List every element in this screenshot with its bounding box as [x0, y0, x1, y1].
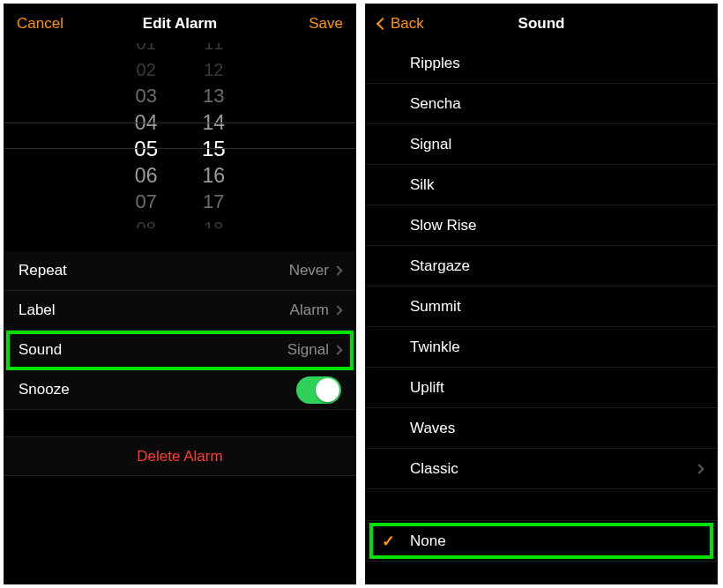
cancel-button[interactable]: Cancel [4, 4, 76, 43]
sound-option-waves[interactable]: Waves [366, 408, 717, 449]
delete-label: Delete Alarm [137, 448, 222, 465]
sound-name: None [410, 532, 446, 550]
navbar: Back Sound [366, 4, 717, 43]
sound-name: Uplift [410, 379, 444, 397]
snooze-row: Snooze [4, 370, 355, 410]
section-gap [366, 489, 717, 521]
sound-name: Sencha [410, 95, 461, 113]
toggle-knob [316, 378, 339, 402]
sound-option-silk[interactable]: Silk [366, 165, 717, 205]
label-label: Label [19, 301, 290, 319]
delete-alarm-button[interactable]: Delete Alarm [4, 436, 355, 476]
sound-row[interactable]: Sound Signal [4, 331, 355, 370]
checkmark-icon: ✓ [382, 532, 395, 551]
back-button[interactable]: Back [366, 4, 436, 43]
repeat-row[interactable]: Repeat Never [4, 251, 355, 291]
sound-option-uplift[interactable]: Uplift [366, 368, 717, 408]
sound-name: Twinkle [410, 339, 460, 356]
sound-name: Signal [410, 136, 451, 153]
label-value: Alarm [290, 301, 329, 319]
minute-wheel[interactable]: 11 12 13 14 15 16 17 18 [202, 43, 226, 228]
page-title: Edit Alarm [143, 15, 217, 33]
save-label: Save [309, 15, 343, 33]
sound-name: Waves [410, 420, 455, 437]
repeat-label: Repeat [19, 262, 289, 279]
chevron-right-icon [332, 305, 342, 315]
sound-option-slow-rise[interactable]: Slow Rise [366, 205, 717, 246]
sound-name: Slow Rise [410, 217, 477, 234]
snooze-toggle[interactable] [296, 376, 341, 404]
sound-option-signal[interactable]: Signal [366, 124, 717, 165]
sound-option-twinkle[interactable]: Twinkle [366, 327, 717, 368]
sound-screen: Back Sound Ripples Sencha Signal Silk Sl… [365, 4, 718, 584]
label-row[interactable]: Label Alarm [4, 291, 355, 331]
sound-name: Silk [410, 176, 434, 194]
edit-alarm-screen: Cancel Edit Alarm Save 01 02 03 04 05 06… [4, 4, 356, 584]
sound-option-stargaze[interactable]: Stargaze [366, 246, 717, 287]
sound-option-none[interactable]: ✓ None [366, 521, 717, 562]
sound-option-classic[interactable]: Classic [366, 449, 717, 489]
sound-option-sencha[interactable]: Sencha [366, 84, 717, 124]
page-title: Sound [518, 15, 565, 33]
sound-name: Classic [410, 460, 458, 478]
sound-option-ripples[interactable]: Ripples [366, 43, 717, 84]
sound-name: Stargaze [410, 257, 470, 275]
sound-name: Ripples [410, 55, 460, 72]
hour-wheel[interactable]: 01 02 03 04 05 06 07 08 [134, 43, 158, 228]
navbar: Cancel Edit Alarm Save [4, 4, 355, 43]
repeat-value: Never [289, 262, 329, 279]
sound-option-summit[interactable]: Summit [366, 287, 717, 327]
sound-value: Signal [287, 341, 329, 359]
chevron-right-icon [332, 345, 342, 354]
sound-label: Sound [19, 341, 287, 359]
chevron-right-icon [332, 265, 342, 275]
back-label: Back [391, 15, 424, 33]
alarm-settings-group: Repeat Never Label Alarm Sound Signal Sn… [4, 251, 355, 410]
time-picker[interactable]: 01 02 03 04 05 06 07 08 11 12 13 14 15 1… [4, 43, 355, 228]
snooze-label: Snooze [19, 381, 296, 398]
save-button[interactable]: Save [296, 4, 355, 43]
chevron-left-icon [376, 18, 389, 30]
cancel-label: Cancel [17, 15, 63, 33]
chevron-right-icon [694, 464, 704, 473]
sound-list: Ripples Sencha Signal Silk Slow Rise Sta… [366, 43, 717, 562]
sound-name: Summit [410, 298, 461, 316]
